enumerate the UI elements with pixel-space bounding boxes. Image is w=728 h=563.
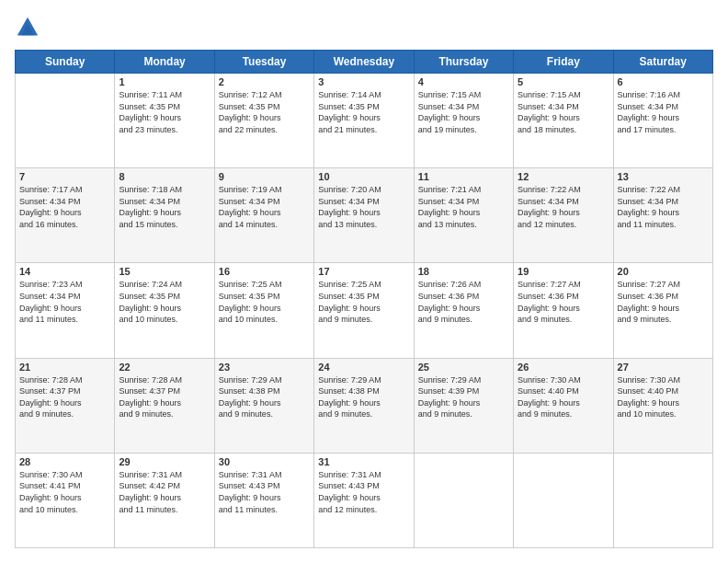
calendar-day-header: Tuesday — [214, 51, 313, 74]
day-info: Sunrise: 7:25 AMSunset: 4:35 PMDaylight:… — [318, 279, 409, 325]
day-number: 22 — [119, 362, 210, 373]
day-number: 8 — [119, 171, 210, 182]
calendar-cell: 25Sunrise: 7:29 AMSunset: 4:39 PMDayligh… — [414, 358, 513, 453]
day-info: Sunrise: 7:17 AMSunset: 4:34 PMDaylight:… — [19, 184, 110, 230]
day-number: 13 — [618, 171, 709, 182]
day-number: 20 — [618, 266, 709, 277]
calendar-day-header: Saturday — [613, 51, 712, 74]
calendar-cell: 6Sunrise: 7:16 AMSunset: 4:34 PMDaylight… — [613, 74, 712, 168]
calendar-day-header: Sunday — [16, 51, 115, 74]
day-info: Sunrise: 7:30 AMSunset: 4:41 PMDaylight:… — [19, 469, 110, 515]
day-info: Sunrise: 7:26 AMSunset: 4:36 PMDaylight:… — [418, 279, 509, 325]
day-number: 5 — [518, 76, 609, 87]
day-info: Sunrise: 7:27 AMSunset: 4:36 PMDaylight:… — [618, 279, 709, 325]
day-info: Sunrise: 7:14 AMSunset: 4:35 PMDaylight:… — [318, 89, 409, 135]
day-number: 29 — [119, 456, 210, 467]
calendar-cell: 22Sunrise: 7:28 AMSunset: 4:37 PMDayligh… — [115, 358, 214, 453]
day-number: 26 — [518, 362, 609, 373]
day-number: 28 — [19, 456, 110, 467]
calendar-cell: 11Sunrise: 7:21 AMSunset: 4:34 PMDayligh… — [414, 168, 513, 263]
calendar-week-row: 14Sunrise: 7:23 AMSunset: 4:34 PMDayligh… — [16, 263, 713, 358]
day-info: Sunrise: 7:24 AMSunset: 4:35 PMDaylight:… — [119, 279, 210, 325]
calendar-table: SundayMondayTuesdayWednesdayThursdayFrid… — [15, 50, 713, 548]
day-info: Sunrise: 7:29 AMSunset: 4:39 PMDaylight:… — [418, 374, 509, 420]
logo — [15, 15, 44, 40]
day-number: 1 — [119, 76, 210, 87]
calendar-cell: 7Sunrise: 7:17 AMSunset: 4:34 PMDaylight… — [16, 168, 115, 263]
calendar-cell: 16Sunrise: 7:25 AMSunset: 4:35 PMDayligh… — [214, 263, 313, 358]
calendar-cell: 30Sunrise: 7:31 AMSunset: 4:43 PMDayligh… — [214, 453, 313, 547]
day-info: Sunrise: 7:28 AMSunset: 4:37 PMDaylight:… — [19, 374, 110, 420]
day-number: 19 — [518, 266, 609, 277]
day-number: 30 — [219, 456, 310, 467]
day-number: 11 — [418, 171, 509, 182]
day-info: Sunrise: 7:20 AMSunset: 4:34 PMDaylight:… — [318, 184, 409, 230]
day-info: Sunrise: 7:19 AMSunset: 4:34 PMDaylight:… — [219, 184, 310, 230]
calendar-week-row: 7Sunrise: 7:17 AMSunset: 4:34 PMDaylight… — [16, 168, 713, 263]
calendar-cell: 19Sunrise: 7:27 AMSunset: 4:36 PMDayligh… — [514, 263, 613, 358]
calendar-cell: 26Sunrise: 7:30 AMSunset: 4:40 PMDayligh… — [514, 358, 613, 453]
calendar-cell: 4Sunrise: 7:15 AMSunset: 4:34 PMDaylight… — [414, 74, 513, 168]
day-info: Sunrise: 7:11 AMSunset: 4:35 PMDaylight:… — [119, 89, 210, 135]
calendar-cell — [613, 453, 712, 547]
day-info: Sunrise: 7:31 AMSunset: 4:43 PMDaylight:… — [219, 469, 310, 515]
day-info: Sunrise: 7:30 AMSunset: 4:40 PMDaylight:… — [618, 374, 709, 420]
calendar-cell: 12Sunrise: 7:22 AMSunset: 4:34 PMDayligh… — [514, 168, 613, 263]
day-info: Sunrise: 7:23 AMSunset: 4:34 PMDaylight:… — [19, 279, 110, 325]
day-number: 4 — [418, 76, 509, 87]
day-info: Sunrise: 7:28 AMSunset: 4:37 PMDaylight:… — [119, 374, 210, 420]
day-info: Sunrise: 7:22 AMSunset: 4:34 PMDaylight:… — [618, 184, 709, 230]
calendar-cell: 27Sunrise: 7:30 AMSunset: 4:40 PMDayligh… — [613, 358, 712, 453]
calendar-cell: 10Sunrise: 7:20 AMSunset: 4:34 PMDayligh… — [314, 168, 414, 263]
day-number: 6 — [618, 76, 709, 87]
day-number: 14 — [19, 266, 110, 277]
day-info: Sunrise: 7:27 AMSunset: 4:36 PMDaylight:… — [518, 279, 609, 325]
calendar-cell: 29Sunrise: 7:31 AMSunset: 4:42 PMDayligh… — [115, 453, 214, 547]
calendar-cell: 13Sunrise: 7:22 AMSunset: 4:34 PMDayligh… — [613, 168, 712, 263]
day-number: 10 — [318, 171, 409, 182]
calendar-week-row: 28Sunrise: 7:30 AMSunset: 4:41 PMDayligh… — [16, 453, 713, 547]
day-info: Sunrise: 7:22 AMSunset: 4:34 PMDaylight:… — [518, 184, 609, 230]
day-info: Sunrise: 7:15 AMSunset: 4:34 PMDaylight:… — [518, 89, 609, 135]
calendar-cell: 21Sunrise: 7:28 AMSunset: 4:37 PMDayligh… — [16, 358, 115, 453]
page: SundayMondayTuesdayWednesdayThursdayFrid… — [0, 0, 728, 563]
calendar-cell: 20Sunrise: 7:27 AMSunset: 4:36 PMDayligh… — [613, 263, 712, 358]
header — [15, 15, 713, 40]
calendar-day-header: Monday — [115, 51, 214, 74]
calendar-cell: 1Sunrise: 7:11 AMSunset: 4:35 PMDaylight… — [115, 74, 214, 168]
calendar-cell — [514, 453, 613, 547]
calendar-cell: 14Sunrise: 7:23 AMSunset: 4:34 PMDayligh… — [16, 263, 115, 358]
calendar-week-row: 1Sunrise: 7:11 AMSunset: 4:35 PMDaylight… — [16, 74, 713, 168]
day-number: 15 — [119, 266, 210, 277]
calendar-cell: 5Sunrise: 7:15 AMSunset: 4:34 PMDaylight… — [514, 74, 613, 168]
day-number: 25 — [418, 362, 509, 373]
calendar-cell: 17Sunrise: 7:25 AMSunset: 4:35 PMDayligh… — [314, 263, 414, 358]
calendar-cell: 31Sunrise: 7:31 AMSunset: 4:43 PMDayligh… — [314, 453, 414, 547]
day-info: Sunrise: 7:15 AMSunset: 4:34 PMDaylight:… — [418, 89, 509, 135]
day-info: Sunrise: 7:31 AMSunset: 4:43 PMDaylight:… — [318, 469, 409, 515]
calendar-cell: 2Sunrise: 7:12 AMSunset: 4:35 PMDaylight… — [214, 74, 313, 168]
day-info: Sunrise: 7:30 AMSunset: 4:40 PMDaylight:… — [518, 374, 609, 420]
day-number: 18 — [418, 266, 509, 277]
calendar-day-header: Thursday — [414, 51, 513, 74]
calendar-cell — [16, 74, 115, 168]
logo-icon — [15, 15, 40, 40]
day-info: Sunrise: 7:29 AMSunset: 4:38 PMDaylight:… — [318, 374, 409, 420]
day-info: Sunrise: 7:21 AMSunset: 4:34 PMDaylight:… — [418, 184, 509, 230]
calendar-cell: 24Sunrise: 7:29 AMSunset: 4:38 PMDayligh… — [314, 358, 414, 453]
calendar-cell: 9Sunrise: 7:19 AMSunset: 4:34 PMDaylight… — [214, 168, 313, 263]
day-number: 3 — [318, 76, 409, 87]
day-number: 31 — [318, 456, 409, 467]
calendar-cell: 23Sunrise: 7:29 AMSunset: 4:38 PMDayligh… — [214, 358, 313, 453]
day-info: Sunrise: 7:12 AMSunset: 4:35 PMDaylight:… — [219, 89, 310, 135]
calendar-cell: 3Sunrise: 7:14 AMSunset: 4:35 PMDaylight… — [314, 74, 414, 168]
day-number: 27 — [618, 362, 709, 373]
day-info: Sunrise: 7:31 AMSunset: 4:42 PMDaylight:… — [119, 469, 210, 515]
calendar-cell: 28Sunrise: 7:30 AMSunset: 4:41 PMDayligh… — [16, 453, 115, 547]
day-number: 21 — [19, 362, 110, 373]
day-info: Sunrise: 7:29 AMSunset: 4:38 PMDaylight:… — [219, 374, 310, 420]
calendar-cell — [414, 453, 513, 547]
calendar-day-header: Wednesday — [314, 51, 414, 74]
day-number: 17 — [318, 266, 409, 277]
day-info: Sunrise: 7:16 AMSunset: 4:34 PMDaylight:… — [618, 89, 709, 135]
